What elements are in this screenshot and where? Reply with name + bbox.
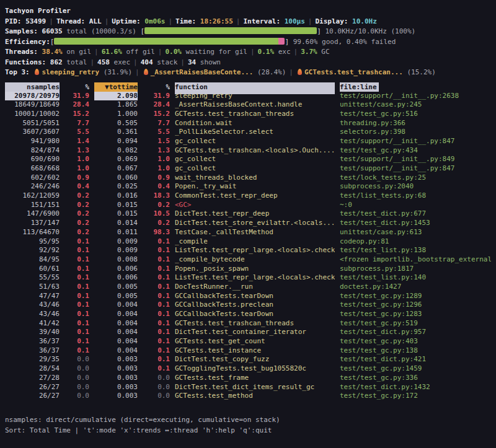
direct-pct-cell: 0.9 <box>64 173 89 183</box>
divider: | <box>305 17 316 25</box>
cumulative-pct-cell: 0.1 <box>143 301 170 310</box>
threads-waiting-value: 0.0% <box>165 48 182 56</box>
top3-item-1-name[interactable]: sleeping_retry <box>42 68 99 76</box>
table-row[interactable]: 690/6901.00.0691.0gc_collecttest/support… <box>5 155 491 164</box>
cumulative-pct-cell: 28.4 <box>143 100 170 110</box>
table-row[interactable]: 5051/50517.70.5057.7Condition.waitthread… <box>5 119 491 128</box>
table-row[interactable]: 602/6020.90.0600.9wait_threads_blockedte… <box>5 173 491 183</box>
table-row[interactable]: 668/6681.00.0671.0gc_collecttest/support… <box>5 164 491 173</box>
table-row[interactable]: 29/350.00.0030.1DictTest.test_copy_fuzzt… <box>5 355 491 364</box>
nsamples-cell: 27/28 <box>5 374 60 383</box>
functions-total-value: 862 <box>50 58 63 66</box>
bar-close-bracket: ] <box>285 38 289 46</box>
direct-pct-cell: 0.1 <box>64 265 89 274</box>
function-cell: ListTest.test_repr_large.<locals>.check <box>175 273 335 283</box>
divider: | <box>155 48 166 56</box>
divider: | <box>102 17 112 25</box>
function-cell: GCCallbackTests.tearDown <box>175 292 335 301</box>
top3-item-3-name[interactable]: GCTests.test_trashcan... <box>304 68 403 76</box>
direct-pct-cell: 0.0 <box>64 392 89 401</box>
table-row[interactable]: 47/470.10.0050.1GCCallbackTests.tearDown… <box>5 292 491 301</box>
function-cell: gc_collect <box>175 137 335 146</box>
table-row[interactable]: 51/630.10.0050.1DocTestRunner.__rundocte… <box>5 283 491 292</box>
table-row[interactable]: 60/610.10.0060.1Popen._posix_spawnsubpro… <box>5 265 491 274</box>
tottime-cell: 0.003 <box>94 383 138 392</box>
nsamples-cell: 3607/3607 <box>5 128 60 137</box>
function-cell: GCCallbackTests.preclean <box>175 301 335 310</box>
cumulative-pct-cell: 0.2 <box>143 201 170 210</box>
cumulative-pct-cell: 0.1 <box>143 265 170 274</box>
tottime-cell: 0.003 <box>94 374 138 383</box>
table-row[interactable]: 137/1470.20.0140.2DictTest.test_store_ev… <box>5 219 491 228</box>
table-row[interactable]: 3607/36075.50.3615.5_PollLikeSelector.se… <box>5 128 491 137</box>
nsamples-cell: 824/874 <box>5 146 60 156</box>
cumulative-pct-cell: 0.0 <box>143 392 170 401</box>
divider: | <box>247 48 258 56</box>
efficiency-line: Efficiency:[] 99.60% good, 0.40% failed <box>5 37 491 48</box>
file-line-cell: <frozen importlib._bootstrap_external <box>340 255 491 265</box>
table-row[interactable]: 18649/1864928.41.86528.4_AssertRaisesBas… <box>5 100 491 110</box>
nsamples-cell: 51/63 <box>5 283 60 292</box>
table-row[interactable]: 92/920.10.0090.1ListTest.test_repr_large… <box>5 246 491 255</box>
cumulative-pct-cell: 0.1 <box>143 255 170 265</box>
direct-pct-cell: 0.0 <box>64 355 89 364</box>
direct-pct-cell: 0.4 <box>64 182 89 191</box>
cumulative-pct-cell: 0.1 <box>143 283 170 292</box>
table-row[interactable]: 246/2460.40.0250.4Popen._try_waitsubproc… <box>5 182 491 191</box>
table-row[interactable]: 824/8741.30.0821.3GCTests.test_trashcan.… <box>5 146 491 156</box>
table-row[interactable]: 27/280.00.0030.0GCTests.test_frametest/t… <box>5 374 491 383</box>
function-cell: DictTest.test_container_iterator <box>175 328 335 337</box>
nsamples-cell: 26/27 <box>5 392 60 401</box>
table-row[interactable]: 162/120590.20.01618.3CommonTest.test_rep… <box>5 191 491 201</box>
table-row[interactable]: 113/646700.20.01198.3TestCase._callTestM… <box>5 228 491 237</box>
flame-icon <box>35 69 39 75</box>
table-row[interactable]: 43/460.10.0040.1GCCallbackTests.tearDown… <box>5 310 491 319</box>
threads-off-gil-text: off gil <box>126 48 154 56</box>
cumulative-pct-cell: 1.0 <box>143 164 170 173</box>
table-row[interactable]: 55/550.10.0060.1ListTest.test_repr_large… <box>5 273 491 283</box>
direct-pct-cell: 0.1 <box>64 310 89 319</box>
nsamples-cell: 92/92 <box>5 246 60 255</box>
file-line-cell: unittest/case.py:245 <box>340 100 491 110</box>
function-cell: Popen._try_wait <box>175 182 335 191</box>
thread-value[interactable]: ALL <box>89 17 102 25</box>
efficiency-good-fill <box>54 38 278 45</box>
table-row[interactable]: 36/370.10.0040.1GCTests.test_instancetes… <box>5 346 491 356</box>
tottime-cell: 1.865 <box>94 100 138 110</box>
table-row[interactable]: 26/270.00.0030.0GCTests.test_methodtest/… <box>5 392 491 401</box>
threads-on-gil-text: on gil <box>66 48 91 56</box>
file-line-cell: test/support/__init__.py:2638 <box>340 92 491 101</box>
table-row[interactable]: 28/540.00.0030.1GCTogglingTests.test_bug… <box>5 364 491 374</box>
table-row[interactable]: 941/9801.40.0941.5gc_collecttest/support… <box>5 137 491 146</box>
direct-pct-cell: 0.1 <box>64 301 89 310</box>
file-line-cell: subprocess.py:2040 <box>340 182 491 191</box>
table-row[interactable]: 84/950.10.0080.1_compile_bytecode<frozen… <box>5 255 491 265</box>
direct-pct-cell: 0.1 <box>64 237 89 247</box>
direct-pct-cell: 1.4 <box>64 137 89 146</box>
tottime-cell: 0.025 <box>94 182 138 191</box>
table-row[interactable]: 10001/1000215.21.00015.2GCTests.test_tra… <box>5 110 491 119</box>
table-row[interactable]: 20978/2097931.92.09831.9sleeping_retryte… <box>5 92 491 101</box>
cumulative-pct-cell: 0.1 <box>143 364 170 374</box>
samples-count: 66035 <box>42 27 63 35</box>
pid-label: PID: <box>5 17 22 25</box>
table-row[interactable]: 41/420.10.0040.1GCTests.test_trashcan_th… <box>5 319 491 328</box>
table-row[interactable]: 147/69000.20.01510.5DictTest.test_repr_d… <box>5 209 491 219</box>
function-cell: GCTests.test_trashcan_threads <box>175 319 335 328</box>
cumulative-pct-cell: 0.1 <box>143 273 170 283</box>
function-cell: Condition.wait <box>175 119 335 128</box>
table-row[interactable]: 95/950.10.0090.1_compilecodeop.py:81 <box>5 237 491 247</box>
file-line-cell: test/support/__init__.py:849 <box>340 155 491 164</box>
table-row[interactable]: 36/370.10.0040.1GCTests.test_get_countte… <box>5 337 491 346</box>
top3-item-2-pct: (28.4%) <box>257 68 286 76</box>
top3-item-2-name[interactable]: _AssertRaisesBaseConte... <box>151 68 254 76</box>
table-row[interactable]: 39/400.10.0040.1DictTest.test_container_… <box>5 328 491 337</box>
table-row[interactable]: 43/460.10.0040.1GCCallbackTests.preclean… <box>5 301 491 310</box>
cumulative-pct-cell: 0.1 <box>143 328 170 337</box>
divider: | <box>286 68 296 76</box>
table-row[interactable]: 26/270.00.0030.0DictTest.test_dict_items… <box>5 383 491 392</box>
nsamples-cell: 246/246 <box>5 182 60 191</box>
column-header-fileline[interactable]: file:line <box>340 82 379 92</box>
cumulative-pct-cell: 0.1 <box>143 337 170 346</box>
table-row[interactable]: 151/1510.20.0150.2<GC>~:0 <box>5 201 491 210</box>
